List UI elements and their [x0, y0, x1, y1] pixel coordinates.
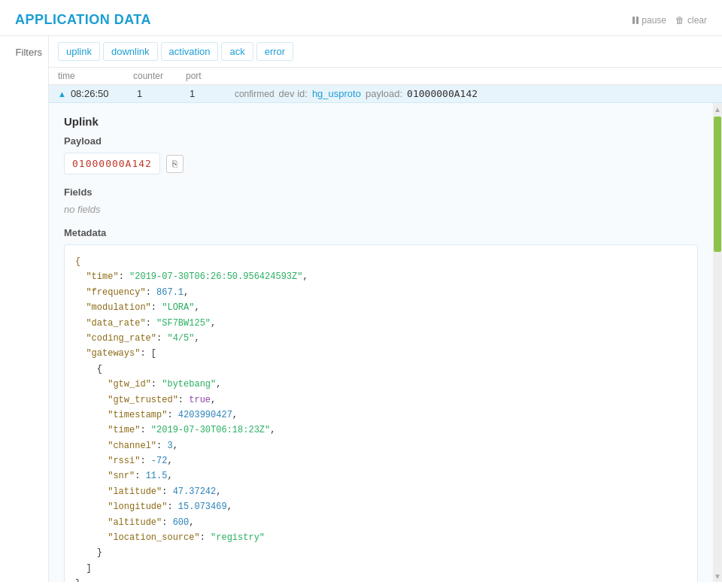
- detail-panel: Uplink Payload 01000000A142 ⎘ Fields no …: [49, 103, 713, 582]
- header-actions: pause 🗑 clear: [633, 15, 707, 26]
- no-fields-text: no fields: [64, 204, 698, 215]
- tab-ack[interactable]: ack: [221, 42, 253, 61]
- metadata-title: Metadata: [64, 227, 698, 238]
- fields-title: Fields: [64, 186, 698, 198]
- tab-error[interactable]: error: [256, 42, 293, 61]
- dev-id-link[interactable]: hg_usproto: [312, 88, 361, 99]
- tab-downlink[interactable]: downlink: [103, 42, 158, 61]
- copy-button[interactable]: ⎘: [166, 155, 184, 173]
- row-port: 1: [190, 88, 235, 99]
- content-area: uplink downlink activation ack error tim…: [49, 36, 722, 582]
- pause-icon: [633, 17, 639, 24]
- row-time: 08:26:50: [71, 88, 137, 99]
- col-header-time: time: [58, 71, 133, 81]
- scroll-thumb[interactable]: [714, 117, 721, 252]
- payload-label: payload:: [366, 88, 402, 99]
- json-block: { "time": "2019-07-30T06:26:50.956424593…: [64, 244, 698, 582]
- scrollbar[interactable]: ▲ ▼: [713, 103, 722, 582]
- tab-activation[interactable]: activation: [161, 42, 219, 61]
- trash-icon: 🗑: [675, 15, 684, 26]
- row-rest: confirmed dev id: hg_usproto payload: 01…: [235, 88, 713, 99]
- expand-arrow-icon: ▲: [58, 89, 66, 99]
- payload-box: 01000000A142 ⎘: [64, 153, 698, 174]
- fields-section: Fields no fields: [64, 186, 698, 215]
- row-counter: 1: [137, 88, 190, 99]
- pause-button[interactable]: pause: [633, 15, 666, 26]
- uplink-title: Uplink: [64, 115, 698, 128]
- metadata-section: Metadata { "time": "2019-07-30T06:26:50.…: [64, 227, 698, 582]
- clear-button[interactable]: 🗑 clear: [675, 15, 707, 26]
- col-header-counter: counter: [133, 71, 186, 81]
- payload-code: 01000000A142: [64, 153, 160, 174]
- main-layout: Filters uplink downlink activation ack e…: [0, 36, 722, 582]
- scroll-up-icon[interactable]: ▲: [714, 105, 721, 115]
- table-row[interactable]: ▲ 08:26:50 1 1 confirmed dev id: hg_uspr…: [49, 85, 722, 103]
- confirmed-badge: confirmed: [235, 89, 275, 99]
- col-header-port: port: [186, 71, 231, 81]
- scroll-track: [713, 115, 722, 571]
- dev-id-label: dev id:: [279, 88, 308, 99]
- filters-sidebar: Filters: [0, 36, 49, 582]
- filters-label: Filters: [16, 47, 42, 58]
- payload-inline: 01000000A142: [407, 88, 478, 99]
- app-header: APPLICATION DATA pause 🗑 clear: [0, 0, 722, 36]
- payload-section-title: Payload: [64, 135, 698, 147]
- app-title: APPLICATION DATA: [15, 12, 151, 28]
- filter-tabs: uplink downlink activation ack error: [49, 36, 722, 68]
- table-header: time counter port: [49, 68, 722, 85]
- scroll-down-icon[interactable]: ▼: [714, 571, 721, 582]
- tab-uplink[interactable]: uplink: [58, 42, 100, 61]
